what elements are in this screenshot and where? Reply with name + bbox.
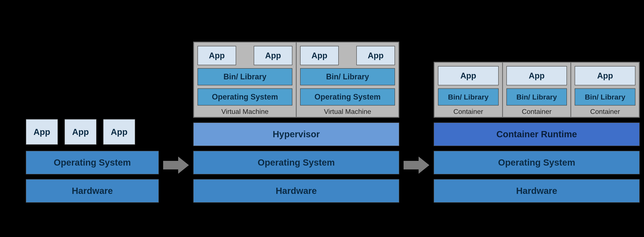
vm-cell: App App Bin/ Library Operating System Vi… — [297, 42, 398, 117]
vm-label: Virtual Machine — [198, 106, 292, 117]
arrow-icon — [163, 157, 189, 174]
binlib-layer: Bin/ Library — [506, 88, 567, 106]
column-traditional: App App App Operating System Hardware — [26, 119, 159, 203]
container-cell: App Bin/ Library Container — [571, 63, 639, 117]
os-layer: Operating System — [26, 151, 159, 174]
os-layer: Operating System — [193, 151, 399, 174]
guest-os-layer: Operating System — [300, 88, 395, 106]
container-cell: App Bin/ Library Container — [503, 63, 572, 117]
app-box: App — [438, 66, 499, 85]
app-box: App — [254, 46, 292, 65]
app-box: App — [26, 119, 58, 145]
container-label: Container — [506, 106, 567, 117]
binlib-layer: Bin/ Library — [198, 68, 292, 85]
arrow-icon — [404, 157, 429, 174]
column-container: App Bin/ Library Container App Bin/ Libr… — [434, 62, 640, 203]
app-box: App — [64, 119, 96, 145]
os-layer: Operating System — [434, 151, 640, 174]
hypervisor-layer: Hypervisor — [193, 122, 399, 146]
hardware-layer: Hardware — [26, 179, 159, 203]
binlib-layer: Bin/ Library — [300, 68, 395, 85]
binlib-layer: Bin/ Library — [438, 88, 499, 106]
app-box: App — [506, 66, 567, 85]
binlib-layer: Bin/ Library — [575, 88, 636, 106]
container-runtime-layer: Container Runtime — [434, 122, 640, 146]
guest-os-layer: Operating System — [198, 88, 292, 106]
app-box: App — [300, 46, 339, 65]
hardware-layer: Hardware — [193, 179, 399, 203]
app-box: App — [356, 46, 395, 65]
container-cell: App Bin/ Library Container — [434, 63, 503, 117]
app-box: App — [198, 46, 236, 65]
hardware-layer: Hardware — [434, 179, 640, 203]
container-panel: App Bin/ Library Container App Bin/ Libr… — [434, 62, 640, 118]
column-vm: App App Bin/ Library Operating System Vi… — [193, 42, 399, 203]
vm-panel: App App Bin/ Library Operating System Vi… — [193, 42, 399, 118]
container-label: Container — [575, 106, 636, 117]
app-box: App — [575, 66, 636, 85]
container-label: Container — [438, 106, 499, 117]
app-box: App — [103, 119, 135, 145]
vm-cell: App App Bin/ Library Operating System Vi… — [194, 42, 297, 117]
diagram-stage: App App App Operating System Hardware Ap… — [0, 0, 644, 237]
traditional-apps-row: App App App — [26, 119, 159, 145]
vm-label: Virtual Machine — [300, 106, 395, 117]
